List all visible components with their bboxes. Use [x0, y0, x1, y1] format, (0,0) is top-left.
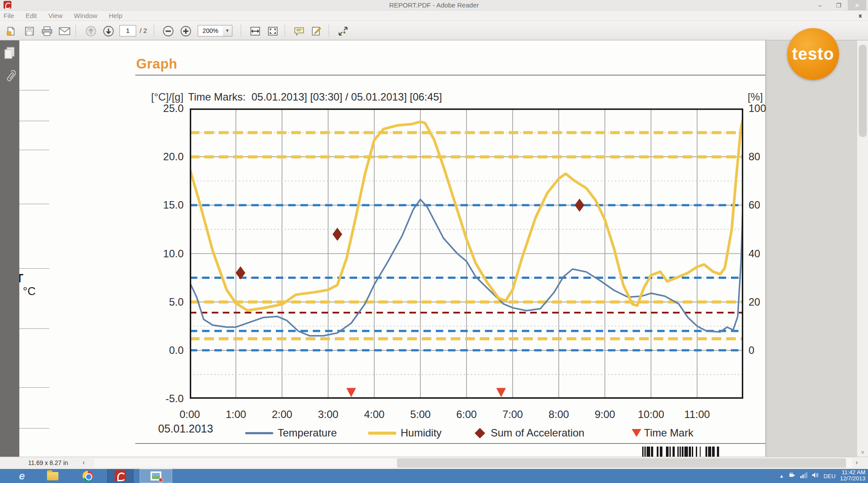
time-mark-triangle-swatch	[632, 429, 641, 437]
x-axis-date: 05.01.2013	[158, 422, 213, 435]
axis-tick-label: 20.0	[148, 151, 184, 163]
legend-label-temperature: Temperature	[278, 427, 337, 439]
scroll-left-icon[interactable]: ‹	[83, 459, 85, 466]
axis-tick-label: 2:00	[262, 408, 302, 421]
menu-window[interactable]: Window	[74, 12, 97, 19]
axis-tick-label: 9:00	[585, 408, 625, 421]
language-indicator[interactable]: DEU	[824, 473, 835, 479]
status-bar: 11.69 x 8.27 in ‹ ›	[0, 457, 868, 469]
system-tray: ▲ DEU 11:42 AM 12/7/2013	[779, 469, 865, 483]
vertical-scrollbar-thumb[interactable]	[859, 45, 867, 137]
chart-svg	[190, 108, 743, 399]
menu-file[interactable]: File	[4, 12, 14, 19]
menu-bar: File Edit View Window Help x	[0, 11, 868, 21]
partial-unit-label: °C	[23, 285, 36, 298]
time-marks-text: Time Marks: 05.01.2013] [03:30] / 05.01.…	[188, 91, 442, 103]
taskbar-chrome[interactable]	[76, 469, 100, 483]
legend-label-acceleration: Sum of Acceleration	[491, 427, 584, 439]
right-axis-unit: [%]	[748, 91, 763, 103]
zoom-in-button[interactable]	[179, 25, 192, 38]
legend-label-humidity: Humidity	[401, 427, 441, 439]
axis-tick-label: 5.0	[148, 296, 184, 308]
axis-tick-label: 6:00	[447, 408, 486, 421]
restore-button[interactable]: ❐	[829, 0, 848, 11]
legend-time-mark: Time Mark	[632, 426, 693, 440]
horizontal-scrollbar-thumb[interactable]	[397, 458, 846, 468]
axis-tick-label: 0	[749, 344, 754, 357]
humidity-line-swatch	[368, 432, 396, 435]
acceleration-diamond-swatch	[474, 428, 485, 438]
menu-help[interactable]: Help	[109, 12, 123, 19]
fit-width-button[interactable]	[249, 25, 262, 38]
heading-rule	[135, 75, 765, 76]
chart-plot-area	[190, 108, 743, 399]
email-button[interactable]	[58, 25, 71, 38]
attachments-paperclip-icon[interactable]	[4, 68, 16, 83]
taskbar-clock[interactable]: 11:42 AM 12/7/2013	[840, 469, 865, 483]
legend-temperature: Temperature	[245, 426, 337, 440]
axis-tick-label: 0:00	[170, 408, 210, 421]
save-button[interactable]	[23, 25, 36, 38]
next-page-button[interactable]	[102, 25, 115, 38]
axis-tick-label: 11:00	[677, 408, 717, 421]
internet-explorer-icon: e	[19, 471, 25, 481]
legend-acceleration: Sum of Acceleration	[476, 426, 584, 440]
page-size-label: 11.69 x 8.27 in	[28, 459, 68, 466]
comment-tool-button[interactable]	[293, 25, 306, 38]
left-axis-unit: [°C]/[g]	[151, 91, 184, 103]
axis-tick-label: 25.0	[148, 102, 184, 115]
page-title: Graph	[136, 56, 177, 72]
document-close-x[interactable]: x	[859, 12, 862, 19]
previous-page-button[interactable]	[84, 25, 98, 38]
adobe-reader-window: REPORT.PDF - Adobe Reader – ❐ ✕ File Edi…	[0, 0, 868, 483]
navigation-sidebar	[0, 40, 19, 469]
clock-time: 11:42 AM	[840, 469, 865, 476]
image-viewer-icon	[150, 471, 162, 481]
page-thumbnails-icon[interactable]	[4, 47, 16, 61]
sign-tool-button[interactable]	[310, 25, 323, 38]
page-number-input[interactable]: 1	[119, 25, 136, 36]
zoom-level-input[interactable]: 200%	[198, 25, 223, 36]
hidden-icons-button[interactable]: ▲	[779, 473, 784, 479]
menu-edit[interactable]: Edit	[25, 12, 37, 19]
axis-tick-label: 60	[749, 199, 760, 211]
scroll-down-icon[interactable]: ˅	[857, 449, 868, 456]
print-button[interactable]	[40, 25, 54, 38]
close-button[interactable]: ✕	[848, 0, 866, 11]
open-file-button[interactable]	[4, 25, 18, 38]
actual-size-button[interactable]	[336, 25, 350, 38]
minimize-button[interactable]: –	[811, 0, 829, 11]
vertical-scrollbar[interactable]: ˅	[857, 40, 868, 457]
temperature-line-swatch	[245, 432, 273, 434]
power-icon[interactable]	[788, 472, 796, 480]
taskbar-image-viewer[interactable]	[140, 469, 172, 483]
axis-tick-label: 5:00	[401, 408, 440, 421]
axis-tick-label: 8:00	[539, 408, 579, 421]
axis-tick-label: -5.0	[148, 393, 184, 405]
zoom-out-button[interactable]	[162, 25, 175, 38]
fit-page-button[interactable]	[266, 25, 279, 38]
horizontal-scrollbar[interactable]	[94, 458, 852, 468]
volume-icon[interactable]	[812, 472, 819, 480]
network-icon[interactable]	[800, 472, 807, 480]
legend-humidity: Humidity	[368, 426, 441, 440]
axis-tick-label: 80	[749, 151, 760, 163]
time-marks-label: Time Marks:	[188, 91, 246, 103]
taskbar-adobe-reader[interactable]	[107, 469, 134, 483]
axis-tick-label: 100	[749, 102, 766, 115]
taskbar-internet-explorer[interactable]: e	[10, 469, 34, 483]
axis-tick-label: 15.0	[148, 199, 184, 211]
axis-tick-label: 4:00	[354, 408, 394, 421]
axis-tick-label: 40	[749, 248, 760, 260]
axis-tick-label: 10.0	[148, 248, 184, 260]
menu-view[interactable]: View	[48, 12, 62, 19]
taskbar: e ▲ DEU 11	[0, 469, 868, 483]
taskbar-file-explorer[interactable]	[40, 469, 65, 483]
title-bar: REPORT.PDF - Adobe Reader – ❐ ✕	[0, 0, 868, 11]
window-title: REPORT.PDF - Adobe Reader	[0, 1, 868, 9]
page-footer-rule	[135, 443, 765, 444]
scroll-right-icon[interactable]: ›	[856, 459, 858, 466]
testo-logo-text: testo	[792, 45, 834, 64]
zoom-dropdown-button[interactable]: ▼	[223, 25, 232, 36]
chrome-icon	[83, 471, 93, 481]
